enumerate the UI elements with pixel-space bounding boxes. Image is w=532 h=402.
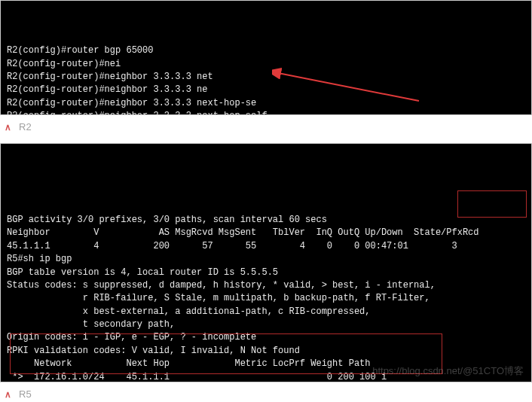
terminal-line: R2(config-router)#neighbor 3.3.3.3 ne xyxy=(7,84,525,96)
collapse-row-r2[interactable]: ∧ R2 xyxy=(0,115,532,143)
terminal-block-r2: R2(config)#router bgp 65000R2(config-rou… xyxy=(0,0,532,115)
terminal-line: Origin codes: i - IGP, e - EGP, ? - inco… xyxy=(7,331,525,344)
terminal-line: BGP activity 3/0 prefixes, 3/0 paths, sc… xyxy=(7,214,525,227)
terminal-line: RPKI validation codes: V valid, I invali… xyxy=(7,345,525,358)
terminal-line: Network Next Hop Metric LocPrf Weight Pa… xyxy=(7,358,525,370)
terminal-line: R2(config-router)#neighbor 3.3.3.3 next-… xyxy=(7,97,525,110)
terminal-block-r5: https://blog.csdn.net/@51CTO博客 BGP activ… xyxy=(0,143,532,382)
collapse-row-r5[interactable]: ∧ R5 xyxy=(0,382,532,402)
terminal-line: t secondary path, xyxy=(7,318,525,331)
chevron-up-icon: ∧ xyxy=(5,122,11,132)
terminal-line: BGP table version is 4, local router ID … xyxy=(7,266,525,279)
terminal-line: R2(config-router)#neighbor 3.3.3.3 next-… xyxy=(7,110,525,115)
terminal-line: *> 172.16.1.0/24 45.1.1.1 0 200 100 i xyxy=(7,371,525,382)
collapse-label: R5 xyxy=(19,388,32,400)
terminal-line: R2(config)#router bgp 65000 xyxy=(7,44,525,57)
terminal-line: x best-external, a additional-path, c RI… xyxy=(7,306,525,318)
collapse-label: R2 xyxy=(19,121,32,132)
terminal-line: r RIB-failure, S Stale, m multipath, b b… xyxy=(7,292,525,305)
terminal-line: R5#sh ip bgp xyxy=(7,253,525,266)
chevron-up-icon: ∧ xyxy=(5,389,11,400)
terminal-line: R2(config-router)#nei xyxy=(7,58,525,71)
terminal-line: Neighbor V AS MsgRcvd MsgSent TblVer InQ… xyxy=(7,227,525,239)
terminal-line: R2(config-router)#neighbor 3.3.3.3 net xyxy=(7,71,525,84)
terminal-line: Status codes: s suppressed, d damped, h … xyxy=(7,279,525,292)
terminal-line: 45.1.1.1 4 200 57 55 4 0 0 00:47:01 3 xyxy=(7,240,525,253)
page-wrap: R2(config)#router bgp 65000R2(config-rou… xyxy=(0,0,532,402)
